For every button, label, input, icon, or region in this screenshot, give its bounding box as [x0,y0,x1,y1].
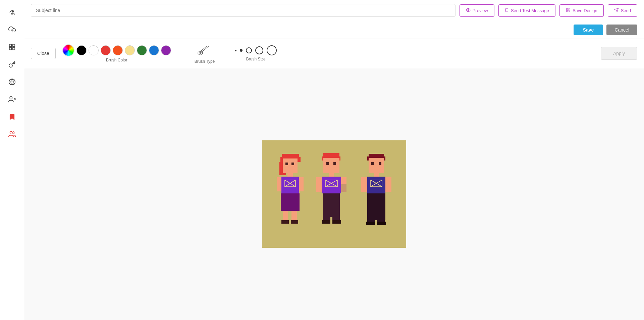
svg-rect-26 [291,163,294,165]
color-swatch-green[interactable] [137,45,147,55]
svg-rect-34 [281,193,300,211]
sidebar-item-key[interactable] [5,58,19,73]
svg-rect-37 [281,220,289,224]
send-arrow-icon [614,8,619,13]
subject-input[interactable] [31,4,455,17]
sidebar-item-users[interactable] [5,128,19,142]
main-content: Preview Send Test Message Save Design [24,0,644,320]
svg-rect-62 [374,173,379,177]
color-swatch-yellow[interactable] [125,45,135,55]
svg-rect-68 [385,177,391,192]
svg-rect-70 [367,206,375,224]
svg-rect-38 [291,220,298,224]
svg-line-17 [201,46,209,52]
svg-rect-59 [369,158,384,173]
send-test-button[interactable]: Send Test Message [498,4,555,17]
sidebar-item-grid[interactable] [5,40,19,55]
svg-point-7 [10,96,12,99]
brush-type-icon[interactable] [197,43,213,58]
close-button[interactable]: Close [31,48,56,59]
svg-rect-3 [9,47,11,49]
svg-rect-44 [329,173,334,177]
globe-icon [8,78,16,87]
brush-size-label: Brush Size [246,57,266,61]
sidebar-item-user-remove[interactable] [5,93,19,107]
color-swatch-black[interactable] [76,45,87,55]
svg-rect-51 [341,184,346,192]
svg-rect-71 [377,206,385,224]
brush-size-group: Brush Size [235,45,277,61]
action-bar: Save Cancel [24,21,644,39]
color-wheel[interactable] [62,44,74,56]
save-design-button[interactable]: Save Design [559,4,604,17]
svg-rect-42 [326,162,329,165]
brush-size-md[interactable] [246,47,252,53]
cloud-upload-icon [8,26,16,35]
canvas-area [24,68,644,320]
grid-icon [8,43,16,52]
svg-rect-45 [322,177,341,193]
users-icon [8,131,16,140]
svg-rect-63 [367,177,385,193]
user-remove-icon [8,96,16,105]
svg-rect-73 [377,222,386,225]
bookmark-icon [8,113,16,122]
color-swatch-blue[interactable] [149,45,159,55]
svg-rect-56 [332,220,341,224]
svg-rect-2 [12,44,14,46]
color-swatch-red[interactable] [101,45,111,55]
svg-rect-43 [333,162,336,165]
apply-button[interactable]: Apply [601,47,637,60]
sidebar-item-flask[interactable]: ⚗ [5,5,19,20]
send-button[interactable]: Send [608,4,637,17]
svg-rect-53 [323,208,330,221]
preview-button[interactable]: Preview [460,4,494,17]
svg-rect-24 [283,158,298,173]
svg-rect-33 [299,177,304,191]
svg-rect-60 [371,162,374,165]
sidebar-item-bookmark[interactable] [5,110,19,125]
brush-color-group: Brush Color [62,44,171,62]
svg-line-16 [199,46,207,52]
flask-icon: ⚗ [9,9,15,17]
brush-type-group: Brush Type [195,43,215,64]
svg-rect-28 [281,177,299,193]
svg-point-10 [10,131,12,134]
svg-rect-55 [322,220,330,224]
brush-size-xl[interactable] [267,45,277,55]
svg-rect-49 [316,177,322,192]
svg-rect-25 [285,163,288,165]
svg-rect-57 [369,154,384,156]
sidebar: ⚗ [0,0,24,320]
svg-rect-39 [323,153,339,156]
brush-color-controls [62,44,171,56]
brush-size-lg[interactable] [255,46,263,54]
svg-rect-4 [12,47,14,49]
eye-icon [466,8,471,13]
sidebar-item-cloud[interactable] [5,23,19,38]
color-swatch-purple[interactable] [161,45,171,55]
brush-size-xs[interactable] [235,50,236,51]
svg-rect-54 [332,208,340,221]
brush-size-sm[interactable] [240,49,243,52]
svg-rect-21 [282,154,299,157]
svg-rect-41 [323,158,339,173]
pixel-art-image [262,140,406,248]
image-container [262,140,406,248]
save-button[interactable]: Save [574,25,603,35]
svg-rect-27 [287,173,293,177]
key-icon [8,61,16,70]
save-icon [566,8,571,13]
color-swatch-white[interactable] [89,45,99,55]
svg-rect-1 [9,44,11,46]
cancel-button[interactable]: Cancel [606,25,637,35]
svg-point-11 [468,9,469,11]
brush-type-controls [197,43,213,58]
sidebar-item-globe[interactable] [5,75,19,90]
drawing-toolbar: Close B [24,39,644,68]
color-swatch-orange-red[interactable] [113,45,123,55]
svg-rect-35 [283,211,288,221]
svg-rect-32 [277,177,281,191]
top-bar: Preview Send Test Message Save Design [24,0,644,21]
svg-rect-72 [366,222,375,225]
